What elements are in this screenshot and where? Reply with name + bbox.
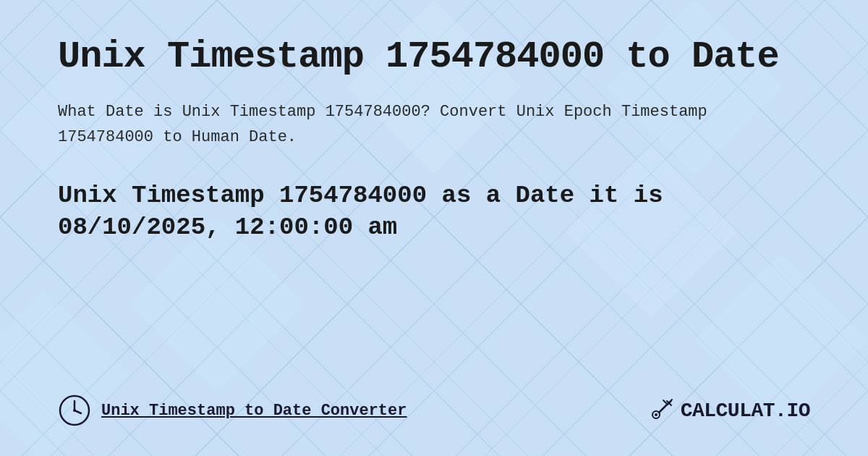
footer-left: Unix Timestamp to Date Converter xyxy=(58,394,407,427)
svg-point-21 xyxy=(655,413,658,416)
logo-icon xyxy=(646,396,675,425)
result-line2: 08/10/2025, 12:00:00 am xyxy=(58,214,397,241)
result-text: Unix Timestamp 1754784000 as a Date it i… xyxy=(58,180,810,243)
svg-line-26 xyxy=(669,400,672,402)
svg-line-25 xyxy=(663,400,666,403)
logo-area: CALCULAT.IO xyxy=(646,396,810,425)
clock-icon xyxy=(58,394,91,427)
result-section: Unix Timestamp 1754784000 as a Date it i… xyxy=(58,180,810,243)
page-title: Unix Timestamp 1754784000 to Date xyxy=(58,36,810,77)
footer: Unix Timestamp to Date Converter CALCULA… xyxy=(58,379,810,427)
footer-link[interactable]: Unix Timestamp to Date Converter xyxy=(101,402,407,420)
result-line1: Unix Timestamp 1754784000 as a Date it i… xyxy=(58,182,663,209)
svg-point-19 xyxy=(73,409,76,412)
logo-text: CALCULAT.IO xyxy=(681,400,810,422)
page-description: What Date is Unix Timestamp 1754784000? … xyxy=(58,99,810,150)
